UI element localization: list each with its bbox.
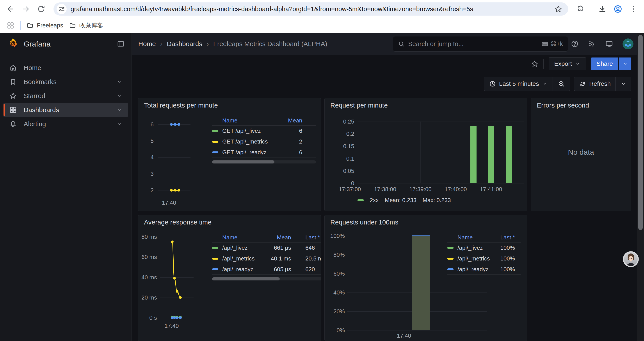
sidebar-menu: HomeBookmarksStarredDashboardsAlerting: [0, 55, 131, 131]
y-axis-tick: 40%: [325, 289, 345, 296]
bookmark-folder-freeleaps[interactable]: Freeleaps: [26, 22, 63, 29]
assistant-avatar[interactable]: [623, 251, 639, 267]
panel-title[interactable]: Average response time: [144, 219, 212, 226]
zoom-out-button[interactable]: [552, 77, 570, 91]
share-button[interactable]: Share: [591, 58, 618, 70]
y-axis-tick: 0 s: [138, 314, 157, 321]
y-axis-tick: 60%: [325, 270, 345, 277]
help-icon[interactable]: [571, 40, 579, 48]
user-avatar[interactable]: [622, 38, 634, 49]
legend-series-name[interactable]: /api/_livez: [448, 244, 490, 251]
panel-title[interactable]: Request per minute: [330, 102, 388, 109]
news-rss-icon[interactable]: [588, 40, 596, 48]
reload-icon[interactable]: [37, 5, 46, 14]
sidebar-item-dashboards[interactable]: Dashboards: [4, 103, 128, 117]
url-text[interactable]: grafana.mathmast.com/d/deytv4rwavabkb/fr…: [70, 6, 554, 13]
legend-series-name[interactable]: GET /api/_livez: [212, 128, 276, 134]
site-settings-icon[interactable]: [56, 4, 67, 14]
forward-icon[interactable]: [22, 5, 30, 14]
gridline-v: [169, 121, 169, 198]
export-button[interactable]: Export: [549, 58, 586, 70]
x-axis-tick: 17:41:00: [471, 186, 511, 192]
panel-title[interactable]: Requests under 100ms: [330, 219, 398, 226]
data-point: [170, 189, 173, 192]
dock-menu-icon[interactable]: [117, 40, 125, 48]
legend-scrollbar-thumb[interactable]: [212, 160, 274, 163]
sidebar-item-starred[interactable]: Starred: [4, 89, 128, 103]
refresh-button[interactable]: Refresh: [574, 77, 616, 91]
breadcrumb-item[interactable]: Home: [138, 40, 156, 48]
gridline-h: [358, 183, 524, 183]
chevron-down-icon: [116, 107, 122, 113]
chevron-down-icon: [116, 121, 122, 127]
series-color-swatch: [212, 268, 218, 270]
y-axis-tick: 6: [138, 121, 154, 128]
y-axis-tick: 3: [138, 171, 154, 177]
y-axis-tick: 20%: [325, 308, 345, 315]
extensions-icon[interactable]: [576, 5, 584, 13]
bell-icon: [9, 120, 17, 128]
legend-header-name[interactable]: Name: [212, 117, 276, 124]
y-axis-tick: 20 ms: [138, 294, 157, 301]
refresh-interval-button[interactable]: [616, 77, 631, 91]
search-placeholder: Search or jump to...: [408, 40, 542, 48]
search-shortcut: ⌘+k: [550, 40, 563, 47]
search-icon: [398, 41, 405, 47]
panel-title[interactable]: Errors per second: [537, 102, 589, 109]
sidebar-item-bookmarks[interactable]: Bookmarks: [4, 75, 128, 89]
browser-menu-icon[interactable]: [629, 5, 638, 14]
legend-header-cell[interactable]: Last *: [490, 234, 521, 241]
series-color-swatch: [358, 199, 364, 201]
legend-value: 100%: [490, 255, 521, 262]
bookmark-folder-blogs[interactable]: 收藏博客: [69, 22, 103, 30]
clock-icon: [489, 80, 496, 87]
no-data-message: No data: [531, 148, 631, 156]
share-menu-button[interactable]: [619, 58, 631, 70]
header-icons: [571, 33, 634, 55]
legend-series-name[interactable]: 2xx: [370, 197, 378, 204]
favorite-star-icon[interactable]: [531, 60, 538, 68]
profile-icon[interactable]: [613, 5, 622, 14]
bookmarks-divider: [20, 21, 20, 30]
bookmark-star-icon[interactable]: [554, 5, 562, 13]
folder-icon: [26, 22, 34, 29]
page-scrollbar-track: [637, 33, 644, 341]
sidebar-item-alerting[interactable]: Alerting: [4, 117, 128, 131]
search-input[interactable]: Search or jump to... ⌘+k: [393, 36, 568, 52]
panel-requests-under-100ms: Requests under 100ms100%80%60%40%20%0%17…: [324, 215, 528, 341]
legend-header-cell[interactable]: Mean: [265, 234, 298, 241]
legend-header-cell[interactable]: Last *: [298, 234, 321, 241]
kiosk-monitor-icon[interactable]: [605, 40, 613, 48]
legend-series-name[interactable]: /api/_readyz: [212, 266, 265, 273]
gridline-v: [420, 122, 421, 183]
legend-header-name[interactable]: Name: [448, 234, 490, 241]
panel-title[interactable]: Total requests per minute: [144, 102, 218, 109]
page-scrollbar-thumb[interactable]: [638, 35, 643, 230]
legend-header-cell[interactable]: Mean: [276, 117, 316, 124]
legend-series-name[interactable]: /api/_readyz: [448, 266, 490, 273]
panel-errors-per-second: Errors per secondNo data: [531, 98, 631, 211]
legend-scrollbar-thumb[interactable]: [212, 277, 280, 280]
apps-grid-icon[interactable]: [6, 22, 14, 30]
data-point: [178, 123, 180, 126]
legend-series-name[interactable]: GET /api/_metrics: [212, 138, 276, 145]
legend-series-name[interactable]: /api/_metrics: [212, 255, 265, 262]
breadcrumb-item[interactable]: Dashboards: [167, 40, 202, 48]
legend-series-name[interactable]: /api/_metrics: [448, 255, 490, 262]
legend-series-name[interactable]: GET /api/_readyz: [212, 149, 276, 156]
legend-header-row: NameLast *: [448, 233, 521, 242]
time-range-picker[interactable]: Last 5 minutes: [484, 77, 552, 91]
legend-header-name[interactable]: Name: [212, 234, 265, 241]
grafana-logo-icon[interactable]: [6, 38, 19, 50]
back-icon[interactable]: [6, 5, 15, 14]
brand-title: Grafana: [24, 40, 51, 48]
address-bar[interactable]: grafana.mathmast.com/d/deytv4rwavabkb/fr…: [54, 3, 568, 16]
x-axis-tick: 17:40: [149, 199, 189, 206]
gridline-v: [456, 122, 456, 183]
sidebar-item-home[interactable]: Home: [4, 61, 128, 75]
legend-series-name[interactable]: /api/_livez: [212, 244, 265, 251]
downloads-icon[interactable]: [598, 5, 607, 14]
legend-row: GET /api/_livez6: [212, 126, 316, 136]
legend-value: 100%: [490, 244, 521, 251]
time-controls-row: Last 5 minutes Refresh: [132, 73, 637, 95]
